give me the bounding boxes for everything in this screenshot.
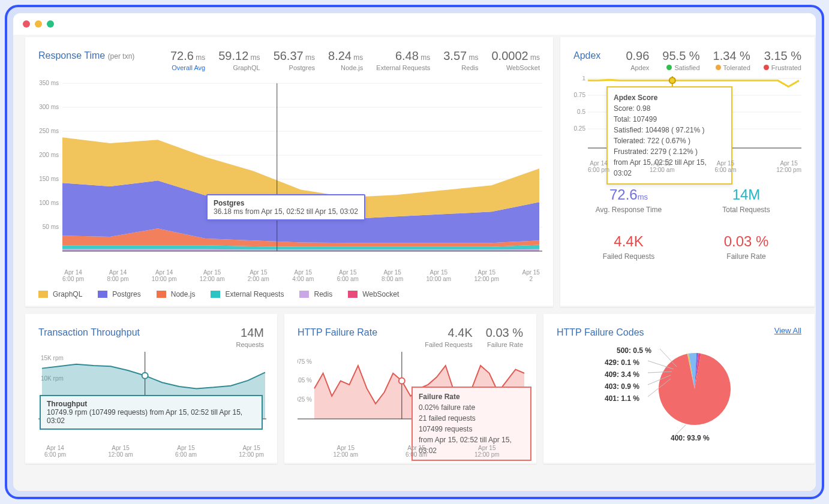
legend-item-external-requests[interactable]: External Requests (211, 290, 284, 298)
svg-text:0.75: 0.75 (574, 92, 586, 98)
response-stat-graphql: 59.12 msGraphQL (218, 49, 260, 71)
failure-rate-panel: HTTP Failure Rate 4.4KFailed Requests0.0… (284, 314, 536, 464)
response-stat-postgres: 56.37 msPostgres (274, 49, 315, 71)
response-subtitle: (per txn) (108, 52, 135, 61)
svg-text:350 ms: 350 ms (39, 80, 59, 86)
svg-text:200 ms: 200 ms (39, 152, 59, 158)
svg-text:0.5: 0.5 (577, 108, 585, 115)
throughput-stat-val: 14M (236, 326, 264, 340)
summary-total-cap: Total Requests (691, 206, 801, 214)
apdex-stat-tolerated: 1.34 %Tolerated (713, 49, 750, 71)
throughput-title: Transaction Throughput (38, 326, 223, 338)
apdex-title: Apdex (573, 49, 612, 61)
svg-text:1: 1 (582, 76, 585, 82)
svg-text:0.025 %: 0.025 % (298, 396, 312, 403)
failure-tip-l3: 107499 requests (419, 425, 472, 433)
legend-item-websocket[interactable]: WebSocket (348, 290, 399, 298)
throughput-tip-text: 10749.9 rpm (107499 requests) from Apr 1… (47, 408, 242, 425)
svg-text:50 ms: 50 ms (43, 224, 59, 230)
apdex-tip-title: Apdex Score (614, 93, 657, 102)
response-legend: GraphQLPostgresNode.jsExternal RequestsR… (38, 285, 540, 298)
apdex-summary: 72.6ms Avg. Response Time 14M Total Requ… (573, 180, 801, 267)
pie-label-400: 400: 93.9 % (671, 434, 710, 442)
close-icon[interactable] (23, 20, 30, 28)
apdex-tip-l5: Frustrated: 2279 ( 2.12% ) (614, 147, 698, 156)
failure-codes-panel: HTTP Failure Codes View All 500: 0.5 % 4… (543, 314, 815, 464)
throughput-tooltip: Throughput 10749.9 rpm (107499 requests)… (40, 395, 263, 430)
legend-item-graphql[interactable]: GraphQL (38, 290, 82, 298)
response-header: Response Time (per txn) 72.6 msOverall A… (38, 49, 540, 71)
svg-text:300 ms: 300 ms (39, 104, 59, 110)
summary-avg-rt-cap: Avg. Response Time (573, 206, 684, 214)
apdex-tip-l3: Satisfied: 104498 ( 97.21% ) (614, 126, 704, 134)
apdex-stat-apdex: 0.96Apdex (626, 49, 649, 71)
failure-stat-failed-requests: 4.4KFailed Requests (425, 326, 473, 348)
summary-avg-response: 72.6ms Avg. Response Time (573, 180, 684, 220)
summary-rate-val: 0.03 % (691, 233, 801, 250)
response-tooltip-series: Postgres (214, 199, 244, 207)
apdex-header: Apdex 0.96Apdex95.5 %Satisfied1.34 %Tole… (573, 49, 801, 71)
throughput-stat: 14M Requests (236, 326, 264, 348)
pie-label-500: 500: 0.5 % (617, 346, 651, 355)
pie-label-429: 429: 0.1 % (605, 358, 639, 367)
apdex-stat-frustrated: 3.15 %Frustrated (764, 49, 801, 71)
view-all-link[interactable]: View All (774, 326, 801, 335)
summary-total-requests: 14M Total Requests (691, 180, 801, 220)
failure-stat-failure-rate: 0.03 %Failure Rate (486, 326, 523, 348)
minimize-icon[interactable] (35, 20, 42, 28)
svg-point-27 (669, 77, 675, 83)
summary-avg-rt-unit: ms (638, 192, 648, 201)
summary-avg-rt-val: 72.6 (609, 186, 638, 203)
throughput-stat-lbl: Requests (236, 341, 264, 348)
summary-failed-val: 4.4K (573, 233, 684, 250)
apdex-chart[interactable]: 0.250.50.751 Apdex Score Score: 0.98 Tot… (573, 76, 801, 172)
svg-text:150 ms: 150 ms (39, 176, 59, 182)
svg-line-39 (660, 349, 677, 367)
summary-failed-cap: Failed Requests (573, 252, 684, 261)
svg-text:0.25: 0.25 (574, 125, 586, 132)
response-stat-redis: 3.57 msRedis (443, 49, 478, 71)
browser-frame: Response Time (per txn) 72.6 msOverall A… (5, 5, 824, 499)
throughput-chart[interactable]: 10K rpm15K rpm Throughput 10749.9 rpm (1… (38, 352, 264, 455)
response-title: Response Time (per txn) (38, 49, 157, 61)
legend-item-node.js[interactable]: Node.js (157, 290, 196, 298)
maximize-icon[interactable] (47, 20, 54, 28)
summary-failure-rate: 0.03 % Failure Rate (691, 227, 801, 267)
apdex-tip-l4: Tolerated: 722 ( 0.67% ) (614, 137, 690, 145)
bottom-row: Transaction Throughput 14M Requests 10K … (25, 314, 815, 464)
summary-total-val: 14M (691, 186, 801, 203)
pie-label-403: 403: 0.9 % (605, 382, 639, 391)
failure-codes-chart[interactable]: 500: 0.5 % 429: 0.1 % 409: 3.4 % 403: 0.… (557, 338, 801, 455)
response-time-panel: Response Time (per txn) 72.6 msOverall A… (25, 37, 553, 307)
failure-tip-l1: 0.02% failure rate (419, 403, 475, 412)
failure-title: HTTP Failure Rate (298, 326, 412, 338)
legend-item-redis[interactable]: Redis (299, 290, 332, 298)
svg-text:15K rpm: 15K rpm (41, 355, 64, 361)
legend-item-postgres[interactable]: Postgres (98, 290, 140, 298)
apdex-tip-l2: Total: 107499 (614, 115, 657, 123)
pie-label-409: 409: 3.4 % (605, 370, 639, 379)
response-stat-external-requests: 6.48 msExternal Requests (376, 49, 430, 71)
svg-text:250 ms: 250 ms (39, 128, 59, 134)
throughput-tip-title: Throughput (47, 400, 87, 408)
response-stat-websocket: 0.0002 msWebSocket (491, 49, 540, 71)
response-stat-overall-avg: 72.6 msOverall Avg (170, 49, 205, 71)
response-tooltip: Postgres 36.18 ms from Apr 15, 02:52 til… (206, 194, 365, 221)
throughput-panel: Transaction Throughput 14M Requests 10K … (25, 314, 277, 464)
failure-chart[interactable]: 0.025 %0.05 %0.075 % Failure Rate 0.02% … (298, 352, 523, 455)
svg-text:0.05 %: 0.05 % (298, 377, 312, 384)
svg-text:0.075 %: 0.075 % (298, 358, 312, 365)
summary-rate-cap: Failure Rate (691, 252, 801, 261)
dashboard-content: Response Time (per txn) 72.6 msOverall A… (13, 35, 816, 491)
response-title-text: Response Time (38, 50, 105, 61)
response-time-chart[interactable]: 50 ms100 ms150 ms200 ms250 ms300 ms350 m… (38, 77, 540, 285)
apdex-panel: Apdex 0.96Apdex95.5 %Satisfied1.34 %Tole… (560, 37, 815, 307)
svg-point-32 (142, 373, 148, 379)
apdex-tip-l1: Score: 0.98 (614, 104, 650, 113)
window-titlebar (13, 13, 816, 35)
summary-failed-requests: 4.4K Failed Requests (573, 227, 684, 267)
svg-text:100 ms: 100 ms (39, 200, 59, 206)
apdex-stat-satisfied: 95.5 %Satisfied (662, 49, 699, 71)
pie-label-401: 401: 1.1 % (605, 394, 639, 403)
failure-tip-l2: 21 failed requests (419, 414, 476, 422)
